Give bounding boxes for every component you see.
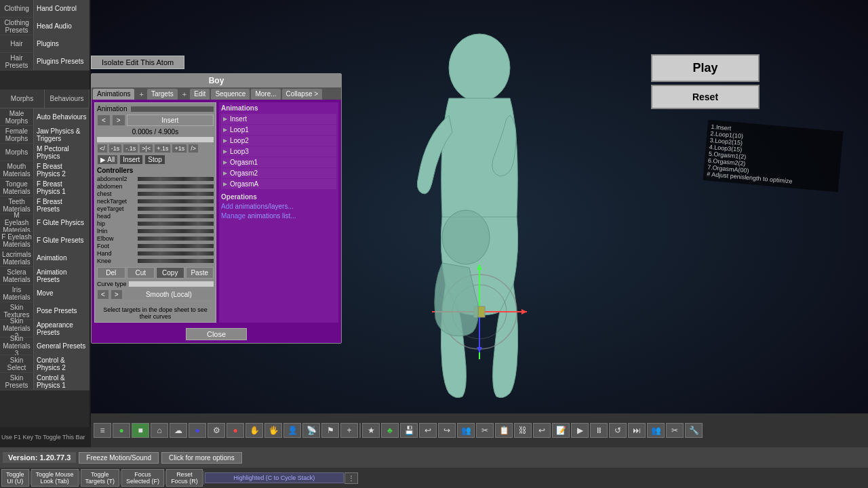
cut-button[interactable]: Cut bbox=[127, 267, 155, 279]
tb-flag-icon[interactable]: ⚑ bbox=[321, 423, 339, 438]
hair-plugins[interactable]: Hair Plugins bbox=[0, 35, 90, 53]
copy-button[interactable]: Copy bbox=[156, 267, 184, 279]
morphs-tab[interactable]: Morphs bbox=[0, 89, 45, 108]
tb-circle-icon[interactable]: ● bbox=[189, 423, 206, 438]
tab-sequence[interactable]: Sequence bbox=[211, 89, 250, 100]
ctrl-track-2[interactable] bbox=[138, 184, 214, 188]
anim-item-loop1[interactable]: ▶ Loop1 bbox=[221, 125, 336, 135]
tb-person-icon[interactable]: 👤 bbox=[283, 423, 301, 438]
f-eyelash-f-glute-presets[interactable]: F Eyelash Materials F Glute Presets bbox=[0, 232, 90, 249]
smooth-next-button[interactable]: > bbox=[111, 289, 123, 300]
tb-signal-icon[interactable]: 📡 bbox=[302, 423, 320, 438]
tb-redo-icon[interactable]: ↪ bbox=[438, 423, 456, 438]
tab-more[interactable]: More... bbox=[251, 89, 280, 100]
tb-link-icon[interactable]: ⛓ bbox=[514, 423, 532, 438]
toggle-ui-button[interactable]: ToggleUI (U) bbox=[1, 469, 29, 487]
tb-leaf-icon[interactable]: ♣ bbox=[381, 423, 399, 438]
sclera-animation-presets[interactable]: Sclera Materials Animation Presets bbox=[0, 267, 90, 285]
ctrl-track-7[interactable] bbox=[138, 222, 214, 226]
skin-materials-3-general[interactable]: Skin Materials 3 General Presets bbox=[0, 338, 90, 355]
close-button[interactable]: Close bbox=[186, 328, 247, 340]
anim-item-loop3[interactable]: ▶ Loop3 bbox=[221, 146, 336, 157]
tb-hand-icon[interactable]: ✋ bbox=[245, 423, 263, 438]
anim-item-orgasm2[interactable]: ▶ Orgasm2 bbox=[221, 168, 336, 178]
m-eyelash-f-glute-physics[interactable]: M Eyelash Materials F Glute Physics bbox=[0, 214, 90, 232]
female-morphs-jaw-physics[interactable]: Female Morphs Jaw Physics & Triggers bbox=[0, 126, 90, 144]
toggle-menu-button[interactable]: ⋮ bbox=[344, 472, 358, 484]
paste-button[interactable]: Paste bbox=[186, 267, 214, 279]
tb-next-icon[interactable]: ⏭ bbox=[628, 423, 646, 438]
tb-back-icon[interactable]: ↩ bbox=[533, 423, 551, 438]
tab-targets[interactable]: Targets bbox=[147, 89, 178, 100]
skin-presets-control-physics-1[interactable]: Skin Presets Control & Physics 1 bbox=[0, 373, 90, 390]
ctrl-track-8[interactable] bbox=[138, 229, 214, 233]
tb-group-icon[interactable]: 👥 bbox=[647, 423, 665, 438]
skin-select-control-physics-2[interactable]: Skin Select Control & Physics 2 bbox=[0, 355, 90, 373]
anim-item-insert[interactable]: ▶ Insert bbox=[221, 114, 336, 124]
hair-presets-plugins-presets[interactable]: Hair Presets Plugins Presets bbox=[0, 53, 90, 70]
ctrl-plus1s-button[interactable]: +1s bbox=[172, 144, 187, 153]
tb-tools-icon[interactable]: 🔧 bbox=[685, 423, 703, 438]
curve-type-bar[interactable] bbox=[129, 281, 214, 287]
smooth-prev-button[interactable]: < bbox=[97, 289, 109, 300]
anim-item-orgasm1[interactable]: ▶ Orgasm1 bbox=[221, 157, 336, 167]
tab-collapse[interactable]: Collapse > bbox=[282, 89, 323, 100]
tb-scissors-icon[interactable]: ✂ bbox=[666, 423, 684, 438]
nav-prev-button[interactable]: < bbox=[97, 115, 111, 126]
tab-edit[interactable]: Edit bbox=[190, 89, 210, 100]
behaviours-tab[interactable]: Behaviours bbox=[45, 89, 90, 108]
mouth-f-breast-2[interactable]: Mouth Materials F Breast Physics 2 bbox=[0, 161, 90, 179]
stop-button[interactable]: Stop bbox=[144, 155, 165, 165]
tongue-f-breast-1[interactable]: Tongue Materials F Breast Physics 1 bbox=[0, 179, 90, 197]
ctrl-track-12[interactable] bbox=[138, 259, 214, 263]
more-options-button[interactable]: Click for more options bbox=[161, 452, 242, 464]
tb-menu-icon[interactable]: ≡ bbox=[94, 423, 111, 438]
tb-red-icon[interactable]: ● bbox=[226, 423, 244, 438]
ctrl-track-10[interactable] bbox=[138, 244, 214, 248]
tb-atom-icon[interactable]: ● bbox=[113, 423, 130, 438]
insert-button[interactable]: Insert bbox=[127, 115, 214, 126]
morphs-m-pectoral[interactable]: Morphs M Pectoral Physics bbox=[0, 144, 90, 161]
tab-targets-plus[interactable]: + bbox=[179, 89, 190, 100]
toggle-mouse-button[interactable]: Toggle MouseLook (Tab) bbox=[31, 469, 79, 487]
play-button[interactable]: Play bbox=[651, 54, 760, 82]
ctrl-begin-button[interactable]: </ bbox=[97, 144, 108, 153]
tb-refresh-icon[interactable]: ↺ bbox=[609, 423, 627, 438]
clothing-hand-control[interactable]: Clothing Hand Control bbox=[0, 0, 90, 18]
anim-item-loop2[interactable]: ▶ Loop2 bbox=[221, 136, 336, 146]
add-animations-item[interactable]: Add animations/layers... bbox=[221, 203, 336, 210]
tb-play-icon[interactable]: ▶ bbox=[571, 423, 589, 438]
tb-add-icon[interactable]: + bbox=[340, 423, 358, 438]
tb-save-icon[interactable]: 💾 bbox=[400, 423, 418, 438]
ctrl-end-button[interactable]: /> bbox=[188, 144, 199, 153]
cycle-stack-button[interactable]: Highlighted (C to Cycle Stack) bbox=[205, 472, 344, 483]
tb-home-icon[interactable]: ⌂ bbox=[151, 423, 168, 438]
focus-selected-button[interactable]: FocusSelected (F) bbox=[121, 469, 164, 487]
tab-animations[interactable]: Animations bbox=[93, 89, 134, 100]
timeline-scrubber[interactable] bbox=[97, 137, 214, 142]
tb-pause-icon[interactable]: ⏸ bbox=[590, 423, 608, 438]
ctrl-track-1[interactable] bbox=[138, 177, 214, 181]
iris-move[interactable]: Iris Materials Move bbox=[0, 285, 90, 302]
ctrl-track-5[interactable] bbox=[138, 207, 214, 211]
play-all-button[interactable]: ▶ All bbox=[97, 155, 118, 165]
reset-focus-button[interactable]: ResetFocus (R) bbox=[166, 469, 203, 487]
clothing-presets-head-audio[interactable]: Clothing Presets Head Audio bbox=[0, 18, 90, 35]
tb-cloud-icon[interactable]: ☁ bbox=[170, 423, 187, 438]
del-button[interactable]: Del bbox=[97, 267, 125, 279]
tab-animations-plus[interactable]: + bbox=[136, 89, 146, 100]
male-morphs-auto-behaviours[interactable]: Male Morphs Auto Behaviours bbox=[0, 108, 90, 126]
ctrl-center-button[interactable]: >|< bbox=[139, 144, 153, 153]
tb-note-icon[interactable]: 📝 bbox=[552, 423, 570, 438]
tb-star-icon[interactable]: ★ bbox=[362, 423, 380, 438]
freeze-motion-button[interactable]: Freeze Motion/Sound bbox=[79, 452, 159, 464]
ctrl-plus01s-button[interactable]: +.1s bbox=[154, 144, 171, 153]
ctrl-track-4[interactable] bbox=[138, 199, 214, 203]
tb-green-icon[interactable]: ■ bbox=[132, 423, 149, 438]
isolate-edit-button[interactable]: Isolate Edit This Atom bbox=[91, 56, 184, 69]
manage-animations-item[interactable]: Manage animations list... bbox=[221, 212, 336, 220]
nav-next-button[interactable]: > bbox=[112, 115, 125, 126]
tb-users-icon[interactable]: 👥 bbox=[457, 423, 475, 438]
anim-item-orgasma[interactable]: ▶ OrgasmA bbox=[221, 179, 336, 189]
lacrimals-animation[interactable]: Lacrimals Materials Animation bbox=[0, 249, 90, 267]
